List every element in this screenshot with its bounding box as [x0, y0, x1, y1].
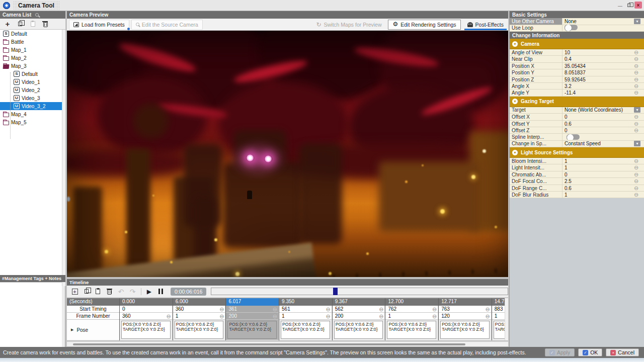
add-camera-button[interactable]: +	[4, 20, 12, 28]
search-icon[interactable]	[35, 13, 39, 17]
copy-camera-button[interactable]	[16, 20, 24, 28]
start-timing-cell[interactable]: 562 ⊖	[333, 306, 385, 313]
chevron-down-icon[interactable]: ▼	[512, 150, 518, 155]
timeline-column-header[interactable]: 12.700	[385, 298, 438, 306]
toggle-switch[interactable]	[567, 134, 580, 140]
inspector-row-value[interactable]: 8.051837	[562, 70, 634, 75]
play-button[interactable]: ▶	[145, 288, 153, 296]
minus-icon[interactable]: ⊖	[634, 63, 644, 69]
timeline-column-header[interactable]: 9.367	[333, 298, 385, 306]
minus-icon[interactable]: ⊖	[379, 307, 383, 312]
timeline-column[interactable]: 9.367 562 ⊖ 200 ⊖ POS:{X:0 Y:0.6 Z:0} TA…	[332, 298, 385, 340]
pose-cell[interactable]: POS:{X:0 Y:0.6 Z:0} TARGET:{X:0 Y:0 Z:0}	[226, 320, 279, 340]
inspector-row[interactable]: ▼ Offset Z 0 ▾ ⊖	[510, 127, 644, 134]
inspector-row[interactable]: ▼ Near Clip 0.4 ▾ ⊖	[510, 56, 644, 62]
inspector-row[interactable]: ▼ Position X 35.05434 ▾ ⊖	[510, 63, 644, 69]
edit-rendering-settings-button[interactable]: ⚙ Edit Rendering Settings	[388, 20, 460, 30]
tree-item[interactable]: Map_2	[0, 54, 62, 62]
frame-number-cell[interactable]: 200 ⊖	[226, 313, 279, 320]
frame-number-cell[interactable]: 120 ⊖	[439, 313, 492, 320]
inspector-row-value[interactable]: 0	[562, 114, 634, 120]
pose-row-label[interactable]: ▶ Pose	[67, 320, 119, 340]
timeline-column[interactable]: 12.717 763 ⊖ 120 ⊖ POS:{X:0 Y:0.6 Z:0} T…	[438, 298, 492, 340]
tree-item[interactable]: Video_1	[0, 78, 62, 86]
minus-icon[interactable]: ⊖	[634, 89, 644, 96]
inspector-row-value[interactable]: 1	[562, 165, 634, 170]
minus-icon[interactable]: ⊖	[219, 307, 224, 312]
tree-item[interactable]: Default	[0, 30, 62, 38]
load-from-presets-button[interactable]: Load from Presets	[69, 20, 129, 30]
apply-button[interactable]: ✓ Apply	[545, 348, 575, 356]
inspector-row[interactable]: ▼ DoF Blur Radius 1 ▾ ⊖	[510, 192, 644, 198]
inspector-row-value[interactable]: 35.05434	[562, 63, 634, 69]
minus-icon[interactable]: ⊖	[634, 164, 644, 171]
inspector-row[interactable]: ▼ Target None (World Coordinates) ▾ ⊖	[510, 107, 644, 114]
minus-icon[interactable]: ⊖	[432, 307, 437, 312]
minus-icon[interactable]: ⊖	[634, 49, 644, 56]
inspector-row-value[interactable]: 1	[562, 192, 634, 198]
inspector-row[interactable]: ▼ Offset Y 0.6 ▾ ⊖	[510, 121, 644, 127]
inspector-row[interactable]: ▼ Angle Y -11.4 ▾ ⊖	[510, 89, 644, 96]
frame-number-cell[interactable]: 360 ⊖	[120, 313, 173, 320]
minus-icon[interactable]: ⊖	[379, 314, 383, 319]
pose-cell[interactable]: POS:{X:0 Y:0.6 Z:0} TARGET:{X:0 Y:0 Z:0}	[279, 320, 332, 340]
pose-cell[interactable]: POS:{X:0 Y:0.6 Z:0} TARGET:{X:0 Y:0 Z:0}	[385, 320, 438, 340]
minus-icon[interactable]: ⊖	[326, 307, 331, 312]
timeline-column-header[interactable]: 0.000	[120, 298, 173, 306]
inspector-row-value[interactable]: 10	[562, 50, 634, 55]
start-timing-cell[interactable]: 561 ⊖	[279, 306, 332, 313]
inspector-row[interactable]: ▼ Gazing Target ▾ ⊖	[510, 97, 644, 107]
tree-item[interactable]: Map_5	[0, 118, 62, 126]
use-loop-row[interactable]: Use Loop	[510, 25, 644, 32]
edit-source-camera-button[interactable]: Edit the Source Camera	[131, 20, 203, 30]
minus-icon[interactable]: ⊖	[634, 83, 644, 89]
inspector-row-value[interactable]: 59.92645	[562, 77, 634, 82]
use-other-camera-value[interactable]: None	[562, 19, 634, 24]
inspector-row[interactable]: ▼ Chromatic Ab... 0 ▾ ⊖	[510, 171, 644, 178]
delete-camera-button[interactable]	[41, 20, 49, 28]
dropdown-button[interactable]: ▾	[634, 19, 640, 24]
minus-icon[interactable]: ⊖	[634, 127, 644, 134]
chevron-down-icon[interactable]: ▼	[512, 41, 518, 47]
inspector-row-value[interactable]: 0.6	[562, 121, 634, 127]
inspector-row-value[interactable]: None (World Coordinates)	[562, 107, 634, 113]
inspector-row-value[interactable]: Constant Speed	[562, 141, 634, 146]
minus-icon[interactable]: ⊖	[634, 114, 644, 120]
ok-button[interactable]: ✓ OK	[578, 348, 602, 356]
inspector-row[interactable]: ▼ Camera ▾ ⊖	[510, 39, 644, 49]
timeline-column-header[interactable]: 12.717	[439, 298, 492, 306]
pose-cell[interactable]: POS:{X:0 Y:0.6 Z:0} TARGET:{X:0 Y:0 Z:0}	[439, 320, 492, 340]
close-button[interactable]: ×	[634, 2, 642, 9]
inspector-row-value[interactable]: 0.6	[562, 186, 634, 191]
timeline-column-header[interactable]: 6.017	[226, 298, 279, 306]
pose-cell[interactable]: POS:{X:0 Y:0.6 Z:0} TARGET:{X:0 Y:0 Z:0}	[173, 320, 226, 340]
pause-button[interactable]	[157, 288, 165, 296]
minus-icon[interactable]: ⊖	[219, 314, 224, 319]
timeline-column[interactable]: 6.000 360 ⊖ 1 ⊖ POS:{X:0 Y:0.6 Z:0} TARG…	[173, 298, 226, 340]
inspector-row-value[interactable]: 0	[562, 128, 634, 133]
timeline-slider[interactable]	[211, 288, 508, 295]
tree-item[interactable]: Video_2	[0, 86, 62, 94]
inspector-row[interactable]: ▼ DoF Range C... 0.6 ▾ ⊖	[510, 185, 644, 192]
expand-arrow-icon[interactable]: ▶	[71, 328, 73, 332]
tree-item[interactable]: Map_3	[0, 62, 62, 70]
post-effects-button[interactable]: Post-Effects	[463, 20, 508, 30]
minus-icon[interactable]: ⊖	[634, 185, 644, 192]
inspector-row-value[interactable]: 0	[562, 172, 634, 177]
minus-icon[interactable]: ⊖	[486, 307, 490, 312]
inspector-row[interactable]: ▼ Bloom Intensi... 1 ▾ ⊖	[510, 158, 644, 164]
use-loop-toggle[interactable]	[565, 25, 578, 30]
inspector-row[interactable]: ▼ Angle X 3.2 ▾ ⊖	[510, 83, 644, 89]
minus-icon[interactable]: ⊖	[634, 192, 644, 198]
timeline-column-header[interactable]: 9.350	[279, 298, 332, 306]
minus-icon[interactable]: ⊖	[486, 314, 490, 319]
inspector-row-value[interactable]: 0.4	[562, 56, 634, 62]
scrollbar-thumb[interactable]	[73, 343, 465, 345]
inspector-row-value[interactable]: 2.5	[562, 178, 634, 184]
timeline-column-header[interactable]: 14.71	[492, 298, 506, 306]
inspector-row[interactable]: ▼ Change in Sp... Constant Speed ▾ ⊖	[510, 141, 644, 147]
start-timing-cell[interactable]: 361 ⊖	[226, 306, 279, 313]
tree-item[interactable]: Map_1	[0, 46, 62, 54]
inspector-row-value[interactable]: 1	[562, 158, 634, 164]
minus-icon[interactable]: ⊖	[634, 121, 644, 127]
